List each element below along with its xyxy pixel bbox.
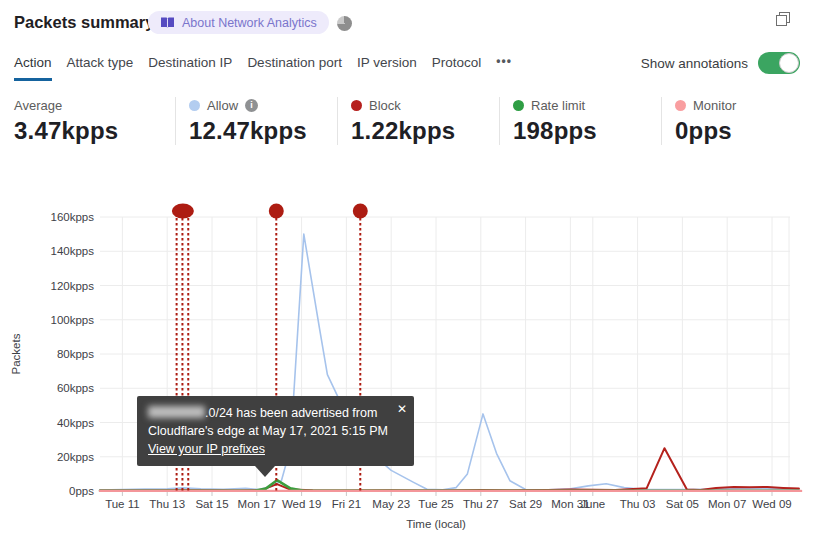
annotation-marker[interactable] (353, 204, 368, 219)
allow-legend-dot (189, 100, 200, 111)
copy-layout-icon[interactable] (776, 12, 790, 26)
monitor-legend-dot (675, 100, 686, 111)
packets-time-series-chart[interactable]: 0pps20kpps40kpps60kpps80kpps100kpps120kp… (0, 190, 816, 545)
y-tick-label: 160kpps (51, 211, 95, 223)
tab-ip-version[interactable]: IP version (357, 55, 417, 81)
y-tick-label: 140kpps (51, 245, 95, 257)
y-tick-label: 60kpps (57, 382, 94, 394)
x-tick-label: Sat 15 (195, 498, 228, 510)
stat-rate-limit: Rate limit 198pps (499, 97, 661, 145)
x-tick-label: Thu 13 (149, 498, 185, 510)
summary-stats: Average 3.47kpps Allow i 12.47kpps Block… (14, 97, 801, 145)
network-analytics-panel: Packets summary About Network Analytics … (0, 0, 816, 545)
x-tick-label: Sat 29 (509, 498, 542, 510)
x-tick-label: June (580, 498, 605, 510)
x-tick-label: Mon 07 (708, 498, 746, 510)
close-icon[interactable]: ✕ (397, 400, 407, 418)
page-title: Packets summary (14, 13, 154, 32)
x-tick-label: Thu 03 (620, 498, 656, 510)
tab-destination-port[interactable]: Destination port (247, 55, 342, 81)
annotation-tooltip: ✕ .0/24 has been advertised from Cloudfl… (137, 396, 414, 466)
stat-block: Block 1.22kpps (337, 97, 499, 145)
stat-label: Rate limit (531, 98, 585, 113)
tab-destination-ip[interactable]: Destination IP (148, 55, 232, 81)
stat-label: Monitor (693, 98, 736, 113)
stat-label: Block (369, 98, 401, 113)
y-tick-label: 80kpps (57, 348, 94, 360)
redacted-ip-prefix (148, 406, 205, 418)
badge-label: About Network Analytics (182, 16, 317, 30)
tooltip-line2: Cloudflare's edge at May 17, 2021 5:15 P… (148, 422, 400, 440)
tab-action[interactable]: Action (14, 55, 52, 81)
info-icon[interactable]: i (245, 99, 258, 112)
x-tick-label: Sat 05 (666, 498, 699, 510)
stat-value: 198pps (513, 117, 651, 145)
stat-label: Average (14, 98, 62, 113)
x-tick-label: Fri 21 (332, 498, 361, 510)
block-legend-dot (351, 100, 362, 111)
stat-label: Allow (207, 98, 238, 113)
x-tick-label: Tue 11 (105, 498, 140, 510)
y-tick-label: 100kpps (51, 314, 95, 326)
x-tick-label: Thu 27 (463, 498, 499, 510)
x-tick-label: Wed 19 (282, 498, 321, 510)
show-annotations-control: Show annotations (641, 52, 800, 74)
stat-value: 3.47kpps (14, 117, 165, 145)
x-tick-label: May 23 (372, 498, 410, 510)
toggle-knob (779, 53, 799, 73)
x-axis-title: Time (local) (406, 518, 466, 530)
show-annotations-label: Show annotations (641, 56, 748, 71)
x-tick-label: Tue 25 (418, 498, 453, 510)
copy-icon-front-square (776, 15, 787, 26)
pie-progress-icon (337, 16, 352, 31)
tooltip-caret (255, 466, 275, 477)
stat-monitor: Monitor 0pps (661, 97, 801, 145)
tab-protocol[interactable]: Protocol (432, 55, 482, 81)
x-tick-label: Wed 09 (752, 498, 791, 510)
tooltip-line1: .0/24 has been advertised from (148, 404, 400, 422)
y-tick-label: 20kpps (57, 451, 94, 463)
annotation-marker-cluster[interactable] (172, 204, 194, 219)
y-tick-label: 120kpps (51, 280, 95, 292)
stat-average: Average 3.47kpps (14, 97, 175, 145)
x-tick-label: Mon 17 (238, 498, 276, 510)
view-ip-prefixes-link[interactable]: View your IP prefixes (148, 442, 265, 456)
y-tick-label: 0pps (69, 485, 94, 497)
y-axis-title: Packets (10, 333, 22, 374)
tab-attack-type[interactable]: Attack type (67, 55, 134, 81)
book-icon (160, 16, 175, 29)
about-network-analytics-badge[interactable]: About Network Analytics (148, 11, 329, 34)
annotations-toggle[interactable] (758, 52, 800, 74)
more-tabs-button[interactable]: ••• (496, 54, 512, 81)
rate-limit-legend-dot (513, 100, 524, 111)
stat-value: 0pps (675, 117, 791, 145)
stat-allow: Allow i 12.47kpps (175, 97, 337, 145)
stat-value: 1.22kpps (351, 117, 489, 145)
y-tick-label: 40kpps (57, 417, 94, 429)
dimension-tabs: Action Attack type Destination IP Destin… (14, 54, 512, 81)
annotation-marker[interactable] (269, 204, 284, 219)
stat-value: 12.47kpps (189, 117, 327, 145)
